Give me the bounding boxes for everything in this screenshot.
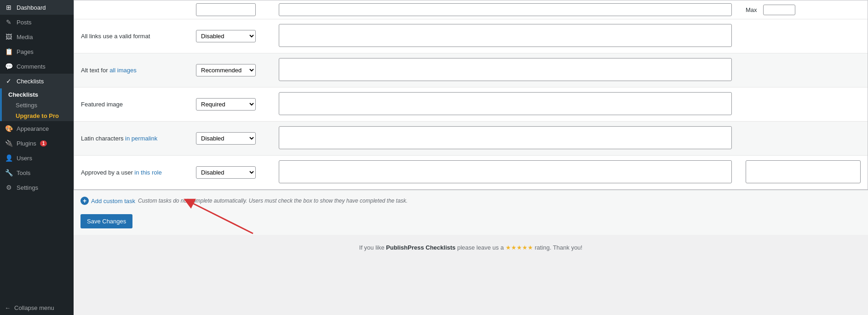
sidebar-sub-upgrade[interactable]: Upgrade to Pro: [2, 111, 74, 121]
sidebar-item-pages[interactable]: 📋 Pages: [0, 44, 74, 59]
plus-icon: +: [80, 197, 89, 205]
collapse-label: Collapse menu: [14, 304, 54, 311]
alttext-select[interactable]: Disabled Recommended Required: [196, 64, 256, 76]
custom-task-note: Custom tasks do not complete automatical…: [138, 198, 408, 204]
sidebar-item-label: Tools: [17, 169, 30, 176]
sidebar-item-label: Dashboard: [17, 4, 46, 11]
annotation-arrow: [175, 194, 258, 236]
task-notes-approved: [272, 156, 739, 189]
task-select-featured: Disabled Recommended Required: [189, 93, 272, 115]
sidebar-item-label: Plugins: [17, 140, 36, 147]
task-select-latin: Disabled Recommended Required: [189, 128, 272, 149]
task-extra-latin: [739, 134, 868, 143]
sidebar-sub-settings[interactable]: Settings: [2, 100, 74, 111]
sidebar-item-label: Users: [17, 155, 32, 162]
tools-icon: 🔧: [5, 169, 13, 176]
sidebar-item-posts[interactable]: ✎ Posts: [0, 15, 74, 29]
featured-notes-input[interactable]: [279, 92, 732, 115]
task-notes-alttext: [272, 53, 739, 87]
top-text-input[interactable]: [196, 3, 256, 16]
top-notes-input[interactable]: [279, 3, 732, 16]
footer-brand: PublishPress Checklists: [386, 244, 455, 251]
sidebar-item-label: Appearance: [17, 125, 49, 132]
add-custom-task-area: + Add custom task Custom tasks do not co…: [80, 197, 861, 205]
plugins-icon: 🔌: [5, 140, 13, 147]
pages-icon: 📋: [5, 48, 13, 55]
task-extra-links: [739, 32, 868, 41]
svg-line-1: [189, 201, 253, 233]
sidebar-item-comments[interactable]: 💬 Comments: [0, 59, 74, 74]
task-name-alttext: Alt text for all images: [74, 62, 189, 78]
max-label: Max: [746, 6, 759, 13]
collapse-icon: ←: [5, 304, 11, 311]
footer-text-before: If you like: [359, 244, 386, 251]
task-name-latin: Latin characters in permalink: [74, 130, 189, 146]
footer-section: + Add custom task Custom tasks do not co…: [74, 190, 868, 235]
appearance-icon: 🎨: [5, 125, 13, 132]
users-icon: 👤: [5, 154, 13, 162]
top-col-notes: [272, 0, 739, 19]
latin-notes-input[interactable]: [279, 126, 732, 149]
top-col-select: [189, 0, 272, 19]
task-select-alttext: Disabled Recommended Required: [189, 59, 272, 81]
task-select-links: Disabled Recommended Required: [189, 25, 272, 47]
task-notes-featured: [272, 88, 739, 121]
sidebar-item-label: Settings: [17, 184, 38, 191]
approved-extra-input[interactable]: [746, 160, 861, 183]
plugins-badge: 1: [40, 140, 47, 146]
collapse-menu-button[interactable]: ← Collapse menu: [0, 301, 74, 315]
posts-icon: ✎: [5, 18, 13, 26]
sidebar-item-label: Media: [17, 34, 33, 41]
main-content: Max All links use a valid format Disable…: [74, 0, 868, 315]
checklists-icon: ✓: [5, 77, 13, 85]
sidebar-item-label: Checklists: [17, 78, 44, 85]
approved-notes-input[interactable]: [279, 160, 732, 183]
task-name-approved: Approved by a user in this role: [74, 164, 189, 181]
content-area: Max All links use a valid format Disable…: [74, 0, 868, 315]
sidebar-item-settings[interactable]: ⚙ Settings: [0, 180, 74, 195]
task-notes-latin: [272, 122, 739, 155]
links-select[interactable]: Disabled Recommended Required: [196, 30, 256, 42]
checklists-section-title: Checklists: [2, 88, 74, 100]
sidebar: ⊞ Dashboard ✎ Posts 🖼 Media 📋 Pages 💬 Co…: [0, 0, 74, 315]
sidebar-item-media[interactable]: 🖼 Media: [0, 29, 74, 44]
sidebar-item-label: Posts: [17, 19, 32, 26]
settings-icon: ⚙: [5, 184, 13, 191]
checklists-section: Checklists Settings Upgrade to Pro: [0, 88, 74, 121]
approved-select[interactable]: Disabled Recommended Required: [196, 166, 256, 179]
task-extra-approved: [739, 156, 868, 189]
add-custom-label: Add custom task: [91, 198, 135, 204]
task-extra-alttext: [739, 66, 868, 75]
sidebar-item-users[interactable]: 👤 Users: [0, 151, 74, 165]
save-changes-button[interactable]: Save Changes: [80, 214, 132, 228]
latin-select[interactable]: Disabled Recommended Required: [196, 132, 256, 145]
table-row: Approved by a user in this role Disabled…: [74, 156, 868, 189]
top-col-max: Max: [739, 2, 868, 18]
task-extra-featured: [739, 100, 868, 109]
top-col-name: [74, 7, 189, 12]
table-row: All links use a valid format Disabled Re…: [74, 19, 868, 53]
sidebar-item-appearance[interactable]: 🎨 Appearance: [0, 121, 74, 136]
footer-text-end: rating. Thank you!: [535, 244, 582, 251]
add-custom-task-button[interactable]: + Add custom task: [80, 197, 135, 205]
dashboard-icon: ⊞: [5, 4, 13, 11]
task-notes-links: [272, 19, 739, 53]
sidebar-item-tools[interactable]: 🔧 Tools: [0, 165, 74, 180]
sidebar-item-checklists[interactable]: ✓ Checklists: [0, 74, 74, 88]
media-icon: 🖼: [5, 33, 13, 41]
checklist-table: Max All links use a valid format Disable…: [74, 0, 868, 190]
links-notes-input[interactable]: [279, 24, 732, 47]
top-row: Max: [74, 0, 868, 19]
alttext-notes-input[interactable]: [279, 58, 732, 81]
featured-select[interactable]: Disabled Recommended Required: [196, 98, 256, 111]
sidebar-item-label: Pages: [17, 48, 34, 55]
task-name-links: All links use a valid format: [74, 28, 189, 44]
task-name-featured: Featured image: [74, 96, 189, 112]
table-row: Latin characters in permalink Disabled R…: [74, 122, 868, 156]
task-select-approved: Disabled Recommended Required: [189, 162, 272, 183]
sidebar-item-plugins[interactable]: 🔌 Plugins 1: [0, 136, 74, 151]
footer-stars: ★★★★★: [506, 244, 533, 251]
max-input[interactable]: [763, 5, 795, 15]
comments-icon: 💬: [5, 63, 13, 70]
sidebar-item-dashboard[interactable]: ⊞ Dashboard: [0, 0, 74, 15]
